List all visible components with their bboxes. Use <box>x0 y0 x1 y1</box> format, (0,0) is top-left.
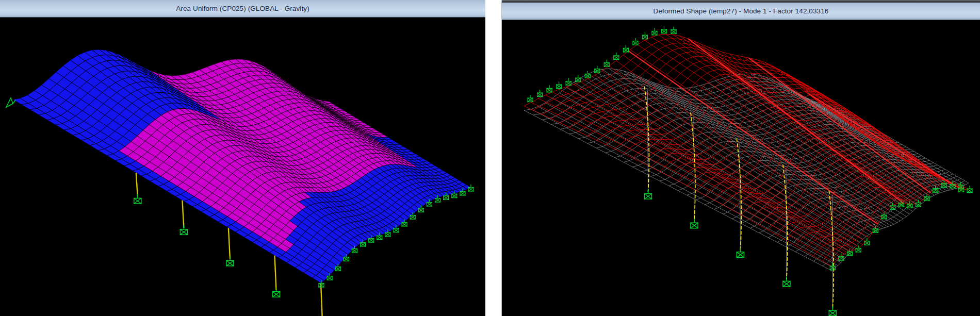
workspace: { "left_window": { "title": "Area Unifor… <box>0 0 980 316</box>
area-uniform-titlebar[interactable]: Area Uniform (CP025) (GLOBAL - Gravity) <box>0 0 485 18</box>
ripple-creases <box>628 39 956 224</box>
model-3d-view-loads <box>0 18 485 316</box>
deformed-shape-title: Deformed Shape (temp27) - Mode 1 - Facto… <box>654 7 829 15</box>
area-uniform-window: Area Uniform (CP025) (GLOBAL - Gravity) <box>0 0 485 316</box>
deformed-shape-titlebar[interactable]: Deformed Shape (temp27) - Mode 1 - Facto… <box>502 3 980 20</box>
deformed-shape-window: Deformed Shape (temp27) - Mode 1 - Facto… <box>501 0 980 316</box>
model-3d-view-deformed <box>502 20 980 316</box>
area-uniform-viewport[interactable] <box>0 18 485 316</box>
deformed-shape-viewport[interactable] <box>502 20 980 316</box>
shell-mesh <box>13 49 470 283</box>
area-uniform-title: Area Uniform (CP025) (GLOBAL - Gravity) <box>176 5 309 12</box>
deformed-mesh <box>524 34 969 266</box>
